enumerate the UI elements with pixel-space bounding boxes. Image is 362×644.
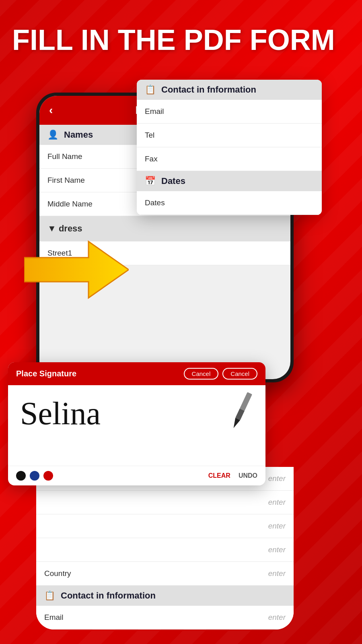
- contact-section-title: Contact in fnformation: [161, 85, 256, 95]
- signature-text: Selina: [20, 397, 253, 429]
- bottom-row-2[interactable]: enter: [36, 491, 294, 514]
- bottom-hint-3: enter: [268, 522, 286, 530]
- contact-section-header: 📋 Contact in fnformation: [137, 80, 322, 100]
- color-red[interactable]: [43, 471, 53, 481]
- color-picker: [16, 471, 53, 481]
- calendar-icon: 📅: [145, 176, 156, 186]
- tel-label: Tel: [145, 131, 154, 140]
- cancel-button-2[interactable]: Cancel: [222, 368, 257, 380]
- svg-marker-0: [24, 242, 129, 298]
- email-label: Email: [145, 107, 164, 116]
- signature-body[interactable]: Selina: [8, 385, 265, 466]
- tel-row[interactable]: Tel: [137, 124, 322, 147]
- color-blue[interactable]: [30, 471, 39, 481]
- address-label: ▼ dress: [47, 223, 82, 234]
- signature-footer: CLEAR UNDO: [8, 466, 265, 485]
- signature-actions: CLEAR UNDO: [208, 472, 257, 479]
- bottom-row-4[interactable]: enter: [36, 538, 294, 562]
- bottom-email-label: Email: [44, 613, 64, 622]
- undo-button[interactable]: UNDO: [239, 472, 257, 479]
- bottom-hint-1: enter: [268, 474, 286, 483]
- color-black[interactable]: [16, 471, 26, 481]
- cancel-button-1[interactable]: Cancel: [184, 368, 219, 380]
- hero-title: FILL IN THE PDF FORM: [12, 24, 350, 56]
- bottom-contact-section: 📋 Contact in fnformation: [36, 586, 294, 606]
- bottom-hint-4: enter: [268, 545, 286, 554]
- first-name-label: First Name: [47, 176, 85, 185]
- dates-label: Dates: [145, 198, 165, 207]
- country-label: Country: [44, 569, 71, 578]
- clear-button[interactable]: CLEAR: [208, 472, 230, 479]
- fax-row[interactable]: Fax: [137, 147, 322, 171]
- names-section-title: Names: [64, 130, 93, 140]
- signature-title: Place Signature: [16, 369, 76, 378]
- bottom-email-hint: enter: [268, 613, 286, 622]
- dates-row[interactable]: Dates: [137, 191, 322, 215]
- signature-panel: Place Signature Cancel Cancel Selina CLE…: [8, 362, 265, 485]
- arrow-indicator: [24, 233, 129, 306]
- bottom-contact-icon: 📋: [44, 590, 55, 601]
- bottom-form: enter enter enter enter Country enter 📋 …: [36, 467, 294, 630]
- full-name-label: Full Name: [47, 152, 82, 161]
- dates-section-title: Dates: [161, 176, 185, 186]
- country-hint: enter: [268, 569, 286, 578]
- dropdown-panel: 📋 Contact in fnformation Email Tel Fax 📅…: [137, 80, 322, 215]
- signature-buttons: Cancel Cancel: [184, 368, 257, 380]
- back-button[interactable]: ‹: [49, 104, 53, 117]
- bottom-row-3[interactable]: enter: [36, 514, 294, 538]
- country-row[interactable]: Country enter: [36, 562, 294, 586]
- bottom-contact-title: Contact in fnformation: [61, 590, 156, 601]
- middle-name-label: Middle Name: [47, 200, 93, 208]
- contact-icon: 📋: [145, 85, 156, 95]
- email-dropdown-row[interactable]: Email: [137, 100, 322, 124]
- signature-header: Place Signature Cancel Cancel: [8, 362, 265, 385]
- bottom-email-row[interactable]: Email enter: [36, 606, 294, 630]
- fax-label: Fax: [145, 155, 158, 163]
- person-icon: 👤: [47, 130, 58, 140]
- dates-section-header: 📅 Dates: [137, 171, 322, 191]
- bottom-hint-2: enter: [268, 498, 286, 507]
